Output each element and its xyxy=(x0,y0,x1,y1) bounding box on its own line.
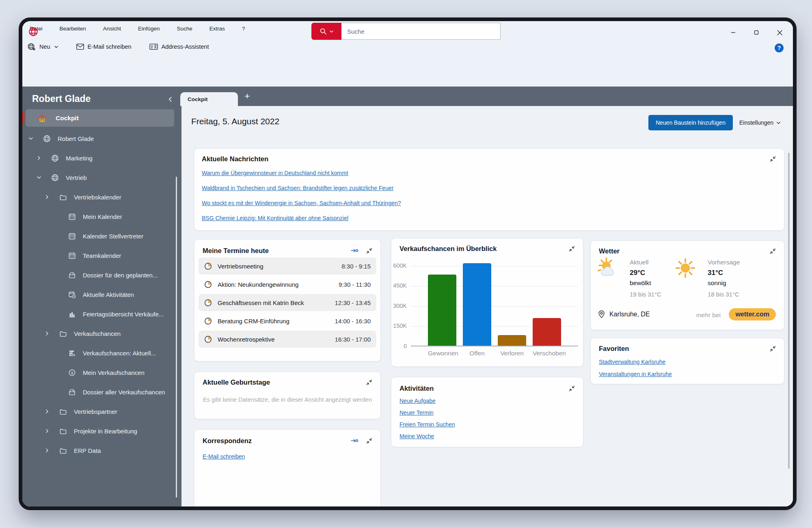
open-view-icon[interactable] xyxy=(351,438,358,445)
menu-einfuegen[interactable]: Einfügen xyxy=(136,24,162,33)
sidebar-item-verkaufschancen-aktuell[interactable]: Verkaufschancen: Aktuell... xyxy=(22,343,181,363)
sidebar-item-teamkalender[interactable]: Teamkalender xyxy=(22,246,181,265)
menu-ansicht[interactable]: Ansicht xyxy=(101,24,123,33)
sidebar-item-erp-data[interactable]: ERP Data xyxy=(22,441,181,460)
chevron-left-icon xyxy=(167,96,173,102)
date-heading: Freitag, 5. August 2022 xyxy=(191,117,279,126)
appointment-clock-icon xyxy=(204,262,212,270)
news-link[interactable]: BSG Chemie Leipzig: Mit Kontinuität aber… xyxy=(202,215,348,221)
chevron-down-icon xyxy=(28,136,37,141)
chevron-down-icon xyxy=(54,45,58,49)
chart-x-label: Gewonnen xyxy=(428,350,456,357)
chart-bars xyxy=(411,262,578,346)
global-search xyxy=(311,23,501,40)
favorite-link[interactable]: Veranstaltungen in Karlsruhe xyxy=(599,371,672,377)
menu-bearbeiten[interactable]: Bearbeiten xyxy=(57,24,89,33)
weather-forecast: Vorhersage 31°C sonnig 18 bis 31°C xyxy=(674,257,696,281)
sidebar-item-marketing[interactable]: Marketing xyxy=(22,148,181,168)
location-pin-icon xyxy=(597,310,606,318)
search-input[interactable] xyxy=(341,23,501,40)
sidebar-item-mein-verkaufschancen[interactable]: Mein Verkaufschancen xyxy=(22,363,181,382)
empty-state-text: Es gibt keine Datensätze, die in dieser … xyxy=(194,396,380,403)
collapse-icon[interactable] xyxy=(366,379,372,387)
sidebar-item-dossier-aller-verkaufschancen[interactable]: Dossier aller Verkaufschancen xyxy=(22,382,181,402)
collapse-icon[interactable] xyxy=(770,156,776,163)
app-header: Datei Bearbeiten Ansicht Einfügen Suche … xyxy=(22,22,793,87)
settings-label: Einstellungen xyxy=(739,119,773,126)
favorite-link[interactable]: Stadtverwaltung Karlsruhe xyxy=(599,359,665,365)
sidebar-item-vertrieb[interactable]: Vertrieb xyxy=(22,168,181,187)
collapse-icon[interactable] xyxy=(569,246,575,253)
activity-link-my-week[interactable]: Meine Woche xyxy=(400,433,434,439)
sidebar-scrollbar[interactable] xyxy=(176,177,177,498)
new-button[interactable]: Neu xyxy=(27,43,58,51)
close-button[interactable] xyxy=(773,27,786,38)
chart-y-tick-label: 150K xyxy=(391,322,407,329)
sidebar-item-aktuelle-aktivitaeten[interactable]: Aktuelle Aktivitäten xyxy=(22,285,181,304)
write-email-link[interactable]: E-Mail schreiben xyxy=(203,453,245,460)
news-link[interactable]: Wo stockt es mit der Windenergie in Sach… xyxy=(202,200,401,206)
wetter-com-link[interactable]: wetter.com xyxy=(729,308,776,320)
sidebar-item-feiertagsuebersicht[interactable]: Feiertagsübersicht Verkäufe... xyxy=(22,304,181,324)
tab-cockpit[interactable]: Cockpit xyxy=(180,92,238,106)
menu-help[interactable]: ? xyxy=(240,24,248,33)
news-link[interactable]: Waldbrand in Tschechien und Sachsen: Bra… xyxy=(202,185,393,191)
collapse-icon[interactable] xyxy=(770,248,776,255)
settings-button[interactable]: Einstellungen xyxy=(739,119,781,126)
chevron-right-icon xyxy=(45,331,54,336)
collapse-icon[interactable] xyxy=(366,248,372,255)
sun-icon xyxy=(674,257,696,279)
sidebar-item-vertriebskalender[interactable]: Vertriebskalender xyxy=(22,187,181,207)
address-assistant-label: Address-Assistent xyxy=(162,43,209,50)
appointment-row[interactable]: Aktion: Neukundengewinnung 9:30 - 11:30 xyxy=(199,276,376,293)
chevron-right-icon xyxy=(45,409,54,414)
sidebar-item-kalender-stellvertreter[interactable]: Kalender Stellvertreter xyxy=(22,226,181,246)
maximize-button[interactable] xyxy=(750,27,762,38)
chart-y-tick-label: 300K xyxy=(391,303,407,309)
sidebar-item-dossier-geplanten[interactable]: Dossier für den geplanten... xyxy=(22,265,181,285)
calendar-icon xyxy=(68,213,79,221)
sidebar-item-verkaufschancen[interactable]: Verkaufschancen xyxy=(22,324,181,343)
window-controls xyxy=(727,27,786,38)
sidebar-item-cockpit[interactable]: Cockpit xyxy=(26,109,174,127)
open-view-icon[interactable] xyxy=(351,248,358,255)
address-assistant-button[interactable]: Address-Assistent xyxy=(149,43,209,50)
news-link[interactable]: Warum die Übergewinnsteuer in Deutschlan… xyxy=(202,170,348,176)
chart-y-tick-label: 0 xyxy=(391,343,407,349)
chart-plot xyxy=(411,262,578,346)
appointment-row[interactable]: Wochenretrospektive 16:30 - 17:00 xyxy=(199,331,376,348)
menu-suche[interactable]: Suche xyxy=(174,24,194,33)
search-icon xyxy=(320,28,327,35)
chevron-right-icon xyxy=(45,448,54,453)
sun-cloud-icon xyxy=(596,257,620,279)
menu-extras[interactable]: Extras xyxy=(207,24,227,33)
globe-icon xyxy=(51,174,62,182)
chevron-down-icon xyxy=(776,121,781,125)
search-button[interactable] xyxy=(311,23,341,40)
sidebar-item-robert-glade[interactable]: Robert Glade xyxy=(22,129,181,148)
add-widget-button[interactable]: Neuen Baustein hinzufügen xyxy=(648,115,733,130)
new-tab-button[interactable]: + xyxy=(242,91,253,102)
card-activities: Aktivitäten Neue Aufgabe Neuer Termin Fr… xyxy=(391,377,583,447)
write-email-button[interactable]: E-Mail schreiben xyxy=(76,43,132,50)
sidebar-item-vertriebspartner[interactable]: Vertriebspartner xyxy=(22,402,181,421)
collapse-icon[interactable] xyxy=(366,438,372,445)
weather-forecast-temp: 31°C xyxy=(708,269,760,277)
appointment-row[interactable]: Beratung CRM-Einführung 14:00 - 16:30 xyxy=(199,312,376,329)
appointment-row[interactable]: Geschäftsessen mit Katrin Beck 12:30 - 1… xyxy=(199,294,376,311)
activity-link-find-slot[interactable]: Freien Termin Suchen xyxy=(400,421,455,428)
address-card-icon xyxy=(149,43,158,50)
sidebar-collapse-button[interactable] xyxy=(167,96,173,104)
sidebar-item-projekte-in-bearbeitung[interactable]: Projekte in Bearbeitung xyxy=(22,421,181,441)
collapse-icon[interactable] xyxy=(569,385,575,393)
activity-link-new-task[interactable]: Neue Aufgabe xyxy=(400,398,436,404)
appointment-row[interactable]: Vertriebsmeeting 8:30 - 9:15 xyxy=(199,258,376,275)
collapse-icon[interactable] xyxy=(770,346,776,353)
minimize-button[interactable] xyxy=(727,27,739,38)
activity-link-new-appointment[interactable]: Neuer Termin xyxy=(400,409,434,416)
help-button[interactable]: ? xyxy=(775,43,784,52)
dossier-icon xyxy=(68,271,79,279)
card-favorites: Favoriten Stadtverwaltung Karlsruhe Vera… xyxy=(590,338,784,384)
main-scrollbar[interactable] xyxy=(788,153,790,469)
sidebar-item-mein-kalender[interactable]: Mein Kalender xyxy=(22,207,181,226)
